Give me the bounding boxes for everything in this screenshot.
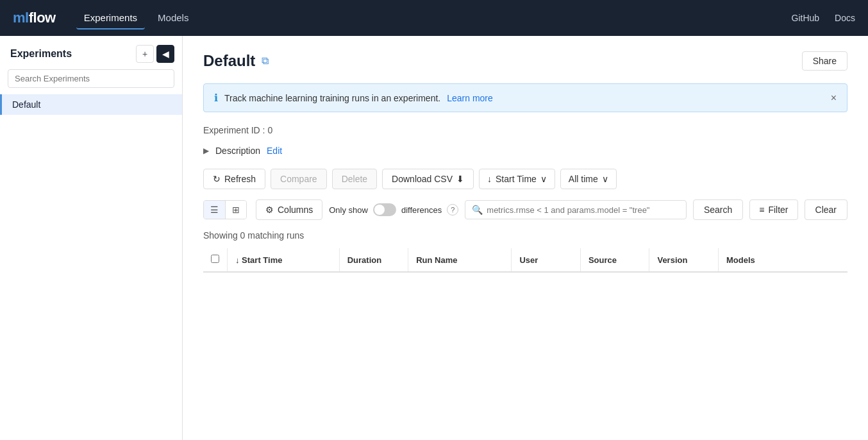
page-title: Default (203, 52, 255, 70)
version-col-label: Version (657, 255, 687, 265)
experiment-id-value: 0 (267, 125, 272, 135)
table-header: ↓ Start Time Duration Run Name User Sour… (203, 248, 847, 272)
page-header: Default ⧉ Share (203, 51, 847, 71)
main-nav: Experiments Models (76, 7, 197, 30)
nav-experiments[interactable]: Experiments (76, 7, 145, 30)
gear-icon: ⚙ (265, 205, 274, 215)
differences-label: differences (401, 205, 442, 215)
info-banner: ℹ Track machine learning training runs i… (203, 83, 847, 112)
col-header-start-time[interactable]: ↓ Start Time (228, 248, 340, 272)
sidebar: Experiments + ◀ Default ✏ 🗑 (0, 36, 183, 440)
delete-button[interactable]: Delete (332, 169, 377, 189)
list-view-button[interactable]: ☰ (204, 201, 226, 219)
user-col-label: User (519, 255, 538, 265)
search-input-wrap: 🔍 (465, 200, 687, 219)
col-header-run-name[interactable]: Run Name (408, 248, 512, 272)
download-csv-button[interactable]: Download CSV ⬇ (382, 169, 474, 189)
app-header: mlflow Experiments Models GitHub Docs (0, 0, 868, 36)
experiment-search-box (8, 69, 174, 88)
logo: mlflow (13, 10, 56, 26)
refresh-button[interactable]: ↻ Refresh (203, 169, 265, 189)
chevron-down-icon-2: ∨ (602, 174, 608, 184)
checkbox-header (203, 248, 228, 272)
runs-table: ↓ Start Time Duration Run Name User Sour… (203, 248, 847, 273)
nav-models[interactable]: Models (150, 7, 196, 30)
view-toggles: ☰ ⊞ (203, 200, 247, 219)
refresh-label: Refresh (224, 174, 256, 184)
info-icon: ℹ (214, 92, 218, 104)
github-link[interactable]: GitHub (792, 13, 820, 23)
chevron-down-icon: ∨ (540, 174, 547, 184)
collapse-sidebar-button[interactable]: ◀ (156, 45, 174, 63)
page-title-row: Default ⧉ (203, 52, 269, 70)
experiment-search-input[interactable] (8, 69, 174, 88)
copy-icon[interactable]: ⧉ (262, 55, 269, 67)
delete-label: Delete (342, 174, 367, 184)
header-left: mlflow Experiments Models (13, 7, 196, 30)
run-search-input[interactable] (487, 205, 680, 215)
close-banner-button[interactable]: × (831, 92, 837, 104)
compare-label: Compare (280, 174, 317, 184)
source-col-label: Source (588, 255, 617, 265)
search-button[interactable]: Search (693, 199, 743, 220)
differences-toggle[interactable] (373, 203, 396, 216)
experiment-id-label: Experiment ID : (203, 125, 265, 135)
layout: Experiments + ◀ Default ✏ 🗑 Default ⧉ Sh… (0, 36, 868, 440)
sort-down-icon: ↓ (487, 174, 492, 184)
col-header-user[interactable]: User (512, 248, 581, 272)
download-csv-label: Download CSV (392, 174, 453, 184)
experiment-item-default[interactable]: Default ✏ 🗑 (0, 94, 182, 115)
sidebar-header: Experiments + ◀ (0, 36, 182, 69)
header-right: GitHub Docs (792, 13, 855, 23)
experiment-meta: Experiment ID : 0 (203, 125, 847, 135)
results-count: Showing 0 matching runs (203, 230, 847, 241)
help-icon[interactable]: ? (447, 204, 458, 216)
start-time-col-label: ↓ Start Time (235, 255, 282, 265)
info-banner-text: Track machine learning training runs in … (224, 93, 440, 103)
all-time-label: All time (569, 174, 598, 184)
share-button[interactable]: Share (802, 51, 847, 71)
only-show-differences: Only show differences ? (329, 203, 458, 216)
edit-experiment-button[interactable]: ✏ (155, 100, 162, 110)
refresh-icon: ↻ (213, 174, 221, 184)
models-col-label: Models (726, 255, 755, 265)
duration-col-label: Duration (347, 255, 381, 265)
edit-description-link[interactable]: Edit (267, 146, 282, 156)
grid-view-button[interactable]: ⊞ (226, 201, 246, 219)
compare-button[interactable]: Compare (271, 169, 327, 189)
download-icon: ⬇ (456, 174, 464, 184)
info-banner-left: ℹ Track machine learning training runs i… (214, 92, 493, 104)
columns-button[interactable]: ⚙ Columns (256, 199, 322, 220)
description-row: ▶ Description Edit (203, 146, 847, 156)
search-icon: 🔍 (472, 205, 483, 215)
col-header-source[interactable]: Source (580, 248, 649, 272)
toolbar: ↻ Refresh Compare Delete Download CSV ⬇ … (203, 169, 847, 189)
filter-button[interactable]: ≡ Filter (749, 199, 797, 220)
docs-link[interactable]: Docs (835, 13, 855, 23)
columns-label: Columns (278, 205, 313, 215)
add-experiment-button[interactable]: + (136, 45, 154, 63)
sidebar-title: Experiments (10, 48, 72, 60)
learn-more-link[interactable]: Learn more (447, 93, 493, 103)
search-row: ☰ ⊞ ⚙ Columns Only show differences ? 🔍 … (203, 199, 847, 220)
experiment-item-label: Default (12, 99, 40, 110)
start-time-label: Start Time (496, 174, 537, 184)
run-name-col-label: Run Name (416, 255, 457, 265)
col-header-duration[interactable]: Duration (339, 248, 408, 272)
filter-label: Filter (768, 205, 788, 215)
only-show-label: Only show (329, 205, 368, 215)
all-time-dropdown[interactable]: All time ∨ (560, 169, 617, 189)
col-header-models[interactable]: Models (718, 248, 847, 272)
start-time-dropdown[interactable]: ↓ Start Time ∨ (479, 169, 555, 189)
filter-icon: ≡ (759, 205, 764, 215)
main-content: Default ⧉ Share ℹ Track machine learning… (183, 36, 868, 440)
col-header-version[interactable]: Version (649, 248, 719, 272)
clear-button[interactable]: Clear (805, 199, 847, 220)
sidebar-actions: + ◀ (136, 45, 174, 63)
expand-description-icon[interactable]: ▶ (203, 146, 209, 155)
select-all-checkbox[interactable] (211, 255, 219, 263)
delete-experiment-button[interactable]: 🗑 (166, 100, 174, 110)
description-label: Description (215, 146, 260, 156)
